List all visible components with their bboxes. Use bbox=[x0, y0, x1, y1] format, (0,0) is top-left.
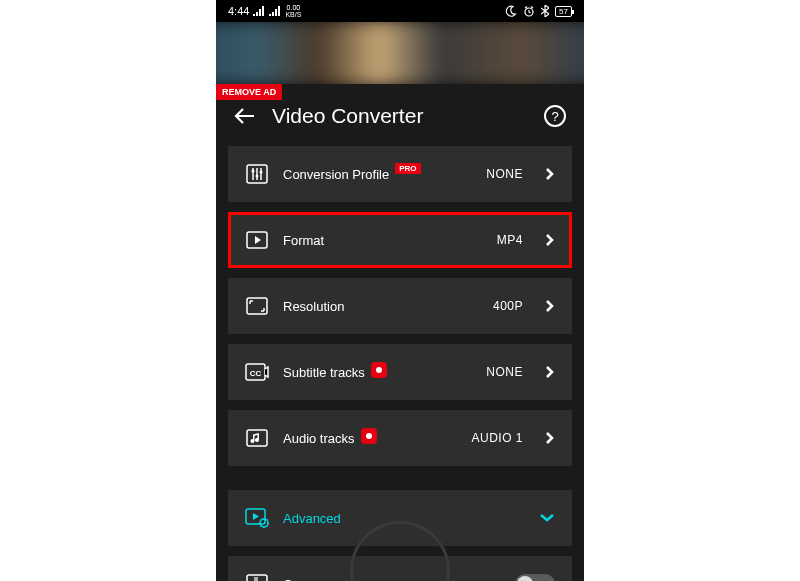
signal-icon bbox=[253, 6, 265, 16]
compress-icon bbox=[245, 573, 269, 581]
chevron-right-icon bbox=[545, 431, 555, 445]
row-value: MP4 bbox=[497, 233, 523, 247]
chevron-right-icon bbox=[545, 167, 555, 181]
row-label: Format bbox=[283, 233, 324, 248]
row-label: Conversion Profile bbox=[283, 167, 389, 182]
phone-frame: 4:44 0.00 KB/S 57 REMOVE AD Video bbox=[216, 0, 584, 581]
row-value: AUDIO 1 bbox=[471, 431, 523, 445]
status-time: 4:44 bbox=[228, 5, 249, 17]
alarm-icon bbox=[523, 5, 535, 17]
music-note-icon bbox=[245, 427, 269, 449]
row-format[interactable]: Format MP4 bbox=[228, 212, 572, 268]
row-label: Audio tracks bbox=[283, 431, 355, 446]
svg-point-3 bbox=[256, 175, 259, 178]
row-value: NONE bbox=[486, 167, 523, 181]
help-button[interactable]: ? bbox=[544, 105, 566, 127]
svg-point-4 bbox=[260, 171, 263, 174]
resolution-icon bbox=[245, 295, 269, 317]
status-speed: 0.00 KB/S bbox=[285, 4, 301, 18]
row-conversion-profile[interactable]: Conversion Profile PRO NONE bbox=[228, 146, 572, 202]
bluetooth-icon bbox=[541, 5, 549, 17]
row-label: Subtitle tracks bbox=[283, 365, 365, 380]
chevron-right-icon bbox=[545, 365, 555, 379]
compress-toggle[interactable] bbox=[515, 574, 555, 581]
question-icon: ? bbox=[551, 109, 558, 124]
status-bar: 4:44 0.00 KB/S 57 bbox=[216, 0, 584, 22]
row-subtitle-tracks[interactable]: CC Subtitle tracks NONE bbox=[228, 344, 572, 400]
pro-badge: PRO bbox=[395, 163, 420, 174]
ad-banner bbox=[216, 22, 584, 84]
cc-icon: CC bbox=[245, 361, 269, 383]
chevron-right-icon bbox=[545, 233, 555, 247]
svg-rect-9 bbox=[247, 430, 267, 446]
page-title: Video Converter bbox=[272, 104, 528, 128]
battery-icon: 57 bbox=[555, 6, 572, 17]
row-value: NONE bbox=[486, 365, 523, 379]
advanced-gear-icon bbox=[245, 507, 269, 529]
signal-icon bbox=[269, 6, 281, 16]
row-label: Advanced bbox=[283, 511, 341, 526]
chevron-down-icon bbox=[539, 513, 555, 523]
chevron-right-icon bbox=[545, 299, 555, 313]
svg-point-2 bbox=[252, 170, 255, 173]
row-label: Resolution bbox=[283, 299, 344, 314]
row-audio-tracks[interactable]: Audio tracks AUDIO 1 bbox=[228, 410, 572, 466]
notification-dot bbox=[371, 362, 387, 378]
row-value: 400P bbox=[493, 299, 523, 313]
arrow-left-icon bbox=[234, 107, 256, 125]
remove-ad-button[interactable]: REMOVE AD bbox=[216, 84, 282, 100]
row-resolution[interactable]: Resolution 400P bbox=[228, 278, 572, 334]
sliders-icon bbox=[245, 163, 269, 185]
row-label: Compress bbox=[283, 577, 342, 582]
svg-text:CC: CC bbox=[250, 369, 262, 378]
notification-dot bbox=[361, 428, 377, 444]
back-button[interactable] bbox=[234, 107, 256, 125]
moon-icon bbox=[505, 5, 517, 17]
play-file-icon bbox=[245, 229, 269, 251]
